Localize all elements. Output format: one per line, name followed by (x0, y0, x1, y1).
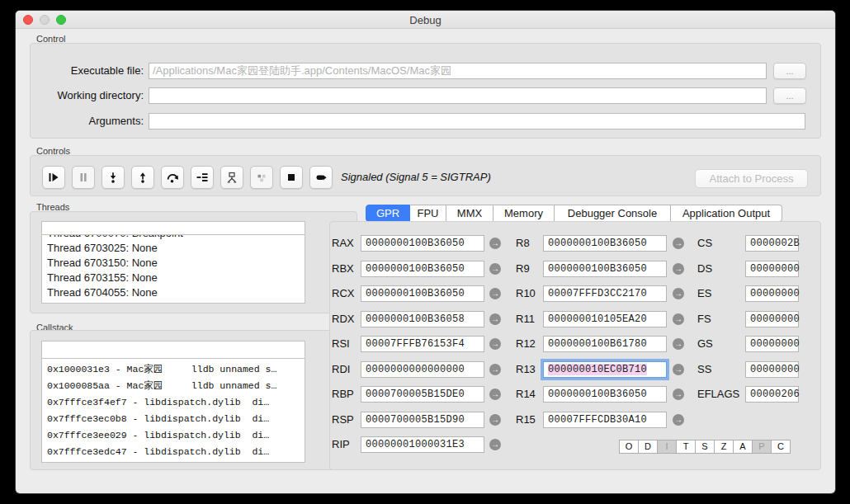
attach-to-process-button[interactable]: Attach to Process (695, 169, 808, 188)
arguments-label: Arguments: (32, 113, 144, 130)
run-to-line-button[interactable] (191, 166, 214, 189)
debugger-status-text: Signaled (Signal 5 = SIGTRAP) (341, 166, 491, 189)
goto-address-button[interactable]: → (489, 238, 501, 249)
register-field-cs[interactable]: 0000002B (745, 235, 799, 252)
step-over-icon (166, 171, 179, 184)
register-field-ds[interactable]: 00000000 (745, 261, 799, 277)
register-field-rsi[interactable]: 00007FFFB76153F4 (361, 336, 484, 352)
goto-address-button[interactable]: → (673, 364, 684, 375)
register-field-fs[interactable]: 00000000 (745, 311, 799, 327)
flag-toggle-s[interactable]: S (695, 440, 715, 454)
goto-address-button[interactable]: → (489, 414, 501, 426)
threads-list: Thread 6700070: Breakpoint Thread 670302… (41, 234, 305, 304)
goto-address-button[interactable]: → (489, 439, 501, 450)
register-field-rip[interactable]: 00000001000031E3 (361, 436, 484, 453)
goto-address-button[interactable]: → (489, 313, 501, 325)
working-directory-field[interactable] (149, 87, 767, 104)
flag-toggle-p[interactable]: P (752, 440, 772, 454)
goto-address-button[interactable]: → (489, 263, 501, 275)
thread-list-item[interactable]: Thread 6704055: None (42, 285, 305, 300)
register-field-r8[interactable]: 0000000100B36050 (543, 235, 667, 252)
step-out-button[interactable] (131, 166, 154, 189)
pause-button[interactable] (72, 166, 95, 189)
goto-address-button[interactable]: → (673, 263, 684, 275)
goto-address-button[interactable]: → (673, 313, 684, 325)
tab-mmx[interactable]: MMX (446, 205, 493, 222)
goto-address-button[interactable]: → (673, 338, 684, 350)
goto-address-button[interactable]: → (673, 389, 684, 400)
register-field-r11[interactable]: 000000010105EA20 (543, 311, 667, 327)
working-directory-label: Working directory: (32, 87, 144, 104)
pause-icon (77, 171, 90, 184)
tab-fpu[interactable]: FPU (410, 205, 446, 222)
callstack-frame[interactable]: 0x7fffce3ee029 - libdispatch.dylib di… (42, 427, 305, 444)
tab-gpr[interactable]: GPR (366, 205, 410, 222)
register-field-eflags[interactable]: 00000206 (745, 386, 799, 403)
register-field-rsp[interactable]: 0000700005B15D90 (361, 412, 484, 428)
goto-address-button[interactable]: → (673, 238, 684, 249)
title-bar: Debug (16, 11, 835, 29)
flag-toggle-z[interactable]: Z (714, 440, 734, 454)
executable-browse-button[interactable]: ... (773, 63, 806, 79)
goto-address-button[interactable]: → (489, 389, 501, 400)
continue-button[interactable] (42, 166, 65, 189)
register-field-es[interactable]: 00000000 (745, 285, 799, 302)
goto-address-button[interactable]: → (489, 288, 501, 299)
flag-toggle-c[interactable]: C (771, 440, 791, 454)
memory-button[interactable] (250, 166, 273, 189)
flag-toggle-i[interactable]: I (657, 440, 677, 454)
register-label: EFLAGS (697, 386, 744, 403)
thread-list-item[interactable]: Thread 6703150: None (42, 256, 305, 271)
callstack-frame[interactable]: 0x1000085aa - Mac家园 lldb unnamed s… (42, 378, 305, 394)
register-field-ss[interactable]: 00000000 (745, 361, 799, 378)
register-field-r10[interactable]: 00007FFFD3CC2170 (543, 285, 667, 302)
thread-list-item[interactable]: Thread 6703025: None (42, 241, 305, 256)
executable-file-field[interactable]: /Applications/Mac家园登陆助手.app/Contents/Mac… (149, 63, 767, 79)
register-label: SS (697, 361, 744, 378)
flag-toggle-t[interactable]: T (676, 440, 696, 454)
register-field-r9[interactable]: 0000000100B36050 (543, 261, 667, 277)
register-field-r13[interactable]: 000000010EC0B710 (543, 361, 667, 378)
arguments-field[interactable] (149, 113, 805, 130)
tab-memory[interactable]: Memory (493, 205, 555, 222)
detach-button[interactable] (309, 166, 333, 189)
thread-list-item[interactable]: Thread 6703155: None (42, 271, 305, 285)
breakpoints-icon (225, 171, 238, 184)
register-field-r12[interactable]: 0000000100B61780 (543, 336, 667, 352)
goto-address-button[interactable]: → (673, 414, 684, 426)
goto-address-button[interactable]: → (489, 364, 501, 375)
goto-address-button[interactable]: → (489, 338, 501, 350)
step-over-button[interactable] (161, 166, 184, 189)
register-label: FS (697, 311, 744, 327)
register-field-r15[interactable]: 00007FFFCDB30A10 (543, 412, 667, 428)
register-label: CS (697, 235, 744, 252)
goto-address-button[interactable]: → (673, 288, 684, 299)
flag-toggle-a[interactable]: A (733, 440, 753, 454)
register-field-rax[interactable]: 0000000100B36050 (361, 235, 484, 252)
register-field-rbx[interactable]: 0000000100B36050 (361, 261, 484, 277)
callstack-frame[interactable]: 0x7fffce3edc47 - libdispatch.dylib di… (42, 444, 305, 460)
detach-icon (314, 171, 328, 184)
callstack-frame[interactable]: 0x7fffce3ec0b8 - libdispatch.dylib di… (42, 411, 305, 427)
breakpoints-button[interactable] (220, 166, 243, 189)
register-field-rdx[interactable]: 0000000100B36058 (361, 311, 484, 327)
tab-debugger-console[interactable]: Debugger Console (555, 205, 671, 222)
register-label: GS (697, 336, 744, 352)
callstack-frame[interactable]: 0x7fffce3f4ef7 - libdispatch.dylib di… (42, 394, 305, 411)
flag-toggle-o[interactable]: O (619, 440, 639, 454)
step-into-button[interactable] (102, 166, 125, 189)
register-field-r14[interactable]: 0000000100B36050 (543, 386, 667, 403)
stop-button[interactable] (280, 166, 303, 189)
threads-list-header (41, 221, 305, 235)
register-field-gs[interactable]: 00000000 (745, 336, 799, 352)
window-title: Debug (16, 14, 835, 26)
register-field-rcx[interactable]: 0000000100B36050 (361, 285, 484, 302)
thread-list-item[interactable]: Thread 6700070: Breakpoint (42, 234, 305, 241)
register-field-rdi[interactable]: 0000000000000000 (361, 361, 484, 378)
flag-toggle-d[interactable]: D (638, 440, 658, 454)
register-label: ES (697, 285, 744, 302)
working-directory-browse-button[interactable]: ... (773, 87, 806, 104)
tab-application-output[interactable]: Application Output (671, 205, 782, 222)
register-field-rbp[interactable]: 0000700005B15DE0 (361, 386, 484, 403)
callstack-frame[interactable]: 0x1000031e3 - Mac家园 lldb unnamed s… (42, 361, 305, 378)
